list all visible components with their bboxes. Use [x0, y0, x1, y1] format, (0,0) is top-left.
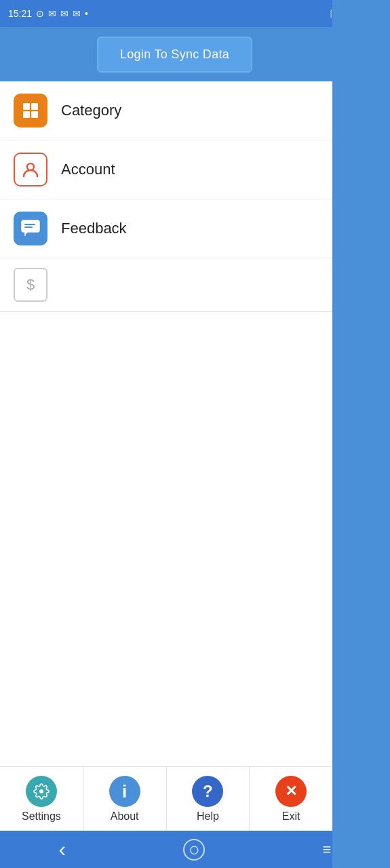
- about-icon: i: [109, 776, 140, 807]
- bottom-navigation: Settings i About ? Help ✕ Exit: [0, 766, 332, 831]
- login-sync-button[interactable]: Login To Sync Data: [97, 37, 252, 73]
- status-time: 15:21: [8, 8, 32, 19]
- nav-item-help[interactable]: ? Help: [167, 767, 250, 831]
- dollar-icon: $: [14, 268, 47, 302]
- settings-icon: [26, 776, 57, 807]
- main-menu-list: Category Account Feedback: [0, 81, 390, 258]
- email1-icon: ✉: [48, 8, 56, 19]
- nav-item-exit[interactable]: ✕ Exit: [250, 767, 332, 831]
- settings-nav-label: Settings: [22, 810, 61, 823]
- header: Login To Sync Data: [0, 27, 390, 81]
- menu-item-category[interactable]: Category: [0, 81, 390, 140]
- right-panel: [332, 0, 390, 868]
- help-icon: ?: [192, 776, 223, 807]
- about-nav-label: About: [111, 810, 139, 823]
- feedback-label: Feedback: [61, 220, 127, 237]
- svg-rect-1: [31, 103, 38, 110]
- svg-rect-3: [31, 111, 38, 118]
- category-label: Category: [61, 102, 121, 119]
- category-icon: [14, 94, 47, 127]
- svg-rect-2: [23, 111, 30, 118]
- exit-nav-label: Exit: [282, 810, 300, 823]
- home-button[interactable]: ○: [183, 839, 205, 861]
- dollar-symbol: $: [26, 276, 35, 294]
- back-button[interactable]: ‹: [59, 837, 66, 862]
- status-bar: 15:21 ⊙ ✉ ✉ ✉ • 📳 ▲ ▲ 🔋: [0, 0, 390, 27]
- header-spacer: Login To Sync Data: [0, 37, 383, 73]
- email2-icon: ✉: [60, 8, 69, 19]
- android-nav-bar: ‹ ○ ≡: [0, 831, 390, 868]
- svg-rect-0: [23, 103, 30, 110]
- help-nav-label: Help: [197, 810, 219, 823]
- feedback-icon: [14, 212, 47, 245]
- nav-item-about[interactable]: i About: [83, 767, 167, 831]
- exit-icon: ✕: [275, 776, 307, 807]
- account-label: Account: [61, 161, 115, 178]
- dollar-item[interactable]: $: [0, 258, 390, 312]
- svg-point-4: [27, 163, 34, 170]
- status-left: 15:21 ⊙ ✉ ✉ ✉ •: [8, 8, 88, 19]
- recents-button[interactable]: ≡: [323, 841, 332, 859]
- menu-item-account[interactable]: Account: [0, 140, 390, 199]
- email3-icon: ✉: [73, 8, 81, 19]
- menu-item-feedback[interactable]: Feedback: [0, 199, 390, 258]
- nav-item-settings[interactable]: Settings: [0, 767, 83, 831]
- account-icon: [14, 153, 47, 186]
- clock-icon: ⊙: [36, 8, 44, 19]
- dot-icon: •: [85, 8, 88, 19]
